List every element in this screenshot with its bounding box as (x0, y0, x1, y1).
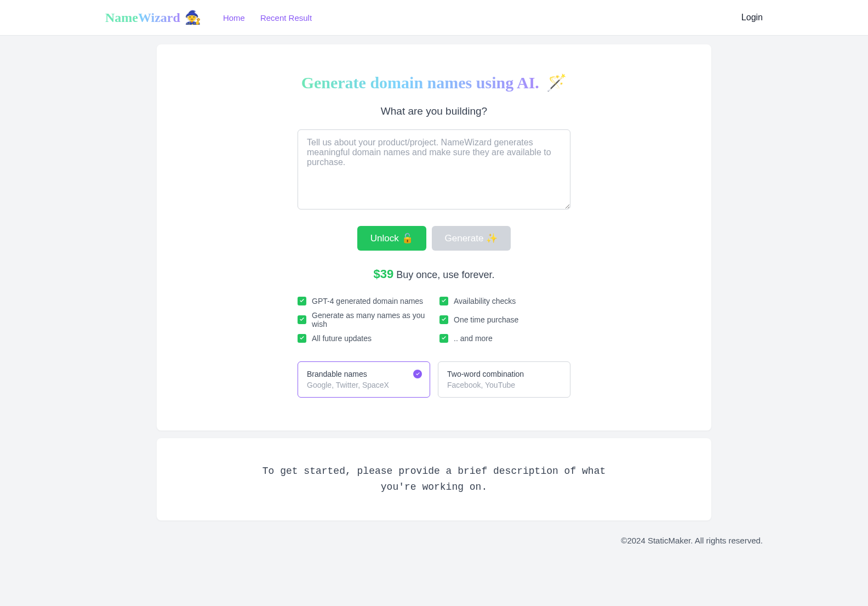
feature-label: Availability checks (454, 297, 516, 305)
unlock-button[interactable]: Unlock 🔓 (357, 226, 426, 251)
instructions-card: To get started, please provide a brief d… (157, 438, 711, 520)
instructions-text: To get started, please provide a brief d… (259, 463, 609, 495)
price-amount: $39 (374, 267, 394, 281)
feature-item: GPT-4 generated domain names (298, 297, 429, 305)
option-title: Two-word combination (447, 370, 561, 378)
feature-label: All future updates (312, 334, 372, 343)
selected-check-icon (413, 370, 422, 378)
main-card: Generate domain names using AI. 🪄 What a… (157, 44, 711, 431)
feature-item: One time purchase (439, 311, 570, 329)
header: NameWizard 🧙 Home Recent Result Login (0, 0, 868, 36)
feature-item: Availability checks (439, 297, 570, 305)
logo-link[interactable]: NameWizard 🧙 (105, 10, 201, 25)
option-two-word[interactable]: Two-word combination Facebook, YouTube (438, 361, 570, 398)
feature-item: Generate as many names as you wish (298, 311, 429, 329)
option-brandable[interactable]: Brandable names Google, Twitter, SpaceX (298, 361, 430, 398)
wand-icon: 🪄 (546, 73, 567, 92)
page-title: Generate domain names using AI. 🪄 (190, 73, 678, 92)
feature-label: GPT-4 generated domain names (312, 297, 423, 305)
login-link[interactable]: Login (741, 13, 763, 22)
feature-item: All future updates (298, 334, 429, 343)
nav-home[interactable]: Home (223, 13, 245, 22)
footer: ©2024 StaticMaker. All rights reserved. (83, 520, 785, 560)
copyright: ©2024 StaticMaker. All rights reserved. (621, 536, 763, 545)
name-type-options: Brandable names Google, Twitter, SpaceX … (298, 361, 570, 398)
logo-text: NameWizard (105, 10, 180, 25)
feature-item: .. and more (439, 334, 570, 343)
feature-label: .. and more (454, 334, 493, 343)
nav-recent-result[interactable]: Recent Result (260, 13, 312, 22)
check-icon (439, 315, 448, 324)
generate-button[interactable]: Generate ✨ (432, 226, 511, 251)
option-subtitle: Facebook, YouTube (447, 381, 561, 389)
feature-label: One time purchase (454, 315, 518, 324)
features-list: GPT-4 generated domain names Availabilit… (298, 297, 570, 343)
check-icon (298, 334, 306, 343)
check-icon (298, 297, 306, 305)
nav: Home Recent Result (223, 13, 312, 22)
wizard-icon: 🧙 (185, 10, 201, 25)
price-text: Buy once, use forever. (396, 269, 494, 280)
option-subtitle: Google, Twitter, SpaceX (307, 381, 421, 389)
feature-label: Generate as many names as you wish (312, 311, 429, 329)
check-icon (439, 297, 448, 305)
check-icon (439, 334, 448, 343)
check-icon (298, 315, 306, 324)
option-title: Brandable names (307, 370, 421, 378)
pricing-line: $39 Buy once, use forever. (190, 267, 678, 281)
description-input[interactable] (298, 129, 570, 209)
subtitle: What are you building? (190, 105, 678, 117)
